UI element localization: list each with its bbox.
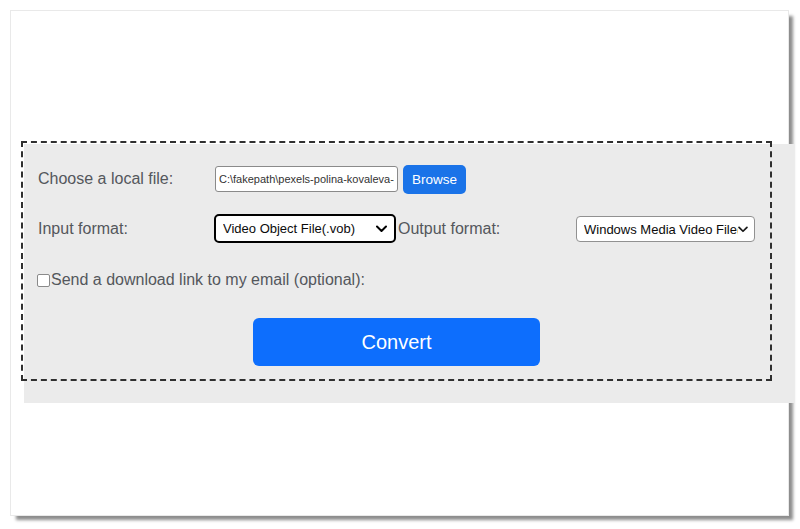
output-format-selected-value: Windows Media Video File(. [584,222,738,237]
chevron-down-icon [738,226,748,233]
browse-button[interactable]: Browse [403,165,466,194]
email-link-checkbox[interactable] [37,274,50,287]
input-format-selected-value: Video Object File(.vob) [223,221,355,236]
output-format-select[interactable]: Windows Media Video File(. [576,216,755,242]
email-link-label: Send a download link to my email (option… [51,271,365,289]
input-format-label: Input format: [38,220,128,238]
output-format-label: Output format: [398,220,500,238]
file-path-input[interactable] [215,166,398,192]
input-format-select[interactable]: Video Object File(.vob) [214,214,396,243]
choose-file-label: Choose a local file: [38,170,173,188]
convert-button[interactable]: Convert [253,318,540,366]
chevron-down-icon [376,225,387,233]
